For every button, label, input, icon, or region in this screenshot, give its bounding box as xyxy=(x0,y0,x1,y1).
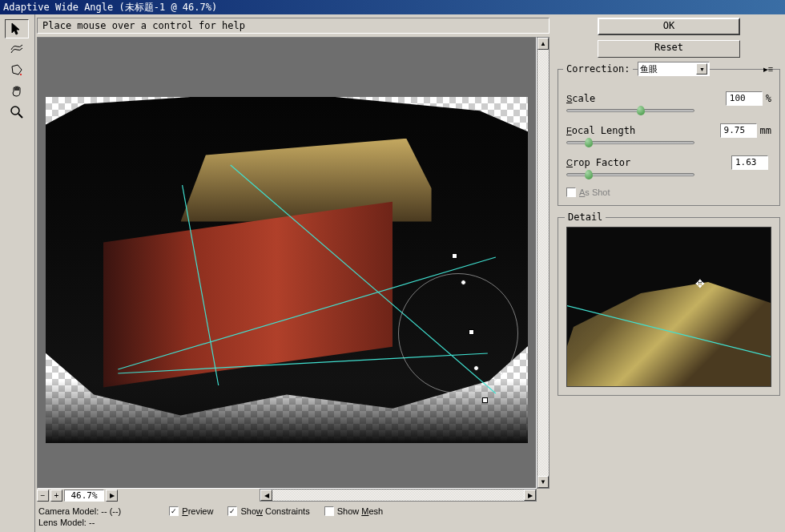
mesh-label: Show Mesh xyxy=(337,506,384,516)
handle[interactable] xyxy=(482,397,488,403)
svg-line-7 xyxy=(567,306,771,357)
lens-model-label: Lens Model: -- xyxy=(38,518,121,527)
as-shot-label: As Shot xyxy=(579,187,610,197)
panel-menu-icon[interactable]: ▸≡ xyxy=(762,64,775,75)
constraints-label: Show Constraints xyxy=(240,506,309,516)
check-icon: ✓ xyxy=(227,506,237,516)
correction-group: Correction: 鱼眼 ▼ ▸≡ Scale 100 % Focal Le xyxy=(558,69,780,206)
svg-line-2 xyxy=(18,114,22,118)
vertical-scrollbar[interactable]: ▲ ▼ xyxy=(537,37,550,489)
tool-arrow[interactable] xyxy=(5,19,29,38)
camera-model-label: Camera Model: -- (--) xyxy=(38,506,121,516)
tool-zoom[interactable] xyxy=(5,103,29,122)
tool-polygon[interactable] xyxy=(5,61,29,80)
correction-select[interactable]: 鱼眼 ▼ xyxy=(638,62,710,76)
zoom-out-button[interactable]: − xyxy=(37,490,49,502)
handle[interactable] xyxy=(461,280,466,285)
check-icon xyxy=(566,187,576,197)
tool-hand[interactable] xyxy=(5,82,29,101)
svg-point-0 xyxy=(20,74,22,75)
scale-slider[interactable]: Scale 100 % xyxy=(566,91,771,112)
show-mesh-checkbox[interactable]: Show Mesh xyxy=(324,506,384,516)
scale-value[interactable]: 100 xyxy=(726,91,763,106)
scale-unit: % xyxy=(766,93,771,104)
ok-button[interactable]: OK xyxy=(598,18,740,35)
chevron-down-icon: ▼ xyxy=(696,63,707,75)
check-icon xyxy=(324,506,334,516)
check-icon: ✓ xyxy=(169,506,179,516)
focal-length-slider[interactable]: Focal Length 9.75 mm xyxy=(566,123,771,144)
reset-button[interactable]: Reset xyxy=(598,40,740,58)
handle[interactable] xyxy=(473,365,479,371)
detail-group: Detail ✥ xyxy=(558,217,780,396)
right-panel: OK Reset Correction: 鱼眼 ▼ ▸≡ Scale 100 % xyxy=(553,14,785,532)
scale-label: Scale xyxy=(566,93,595,104)
handle[interactable] xyxy=(452,253,457,259)
detail-preview[interactable]: ✥ xyxy=(566,227,771,387)
preview-label: Preview xyxy=(182,506,213,516)
show-constraints-checkbox[interactable]: ✓ Show Constraints xyxy=(227,506,309,516)
scroll-up-button[interactable]: ▲ xyxy=(537,38,549,50)
zoom-controls: − + 46.7% ▶ xyxy=(37,489,118,502)
image-canvas[interactable] xyxy=(37,37,537,489)
canvas-area: ▲ ▼ ◀ ▶ − + 46.7% ▶ xyxy=(37,37,550,502)
scroll-right-button[interactable]: ▶ xyxy=(524,490,536,501)
help-bar: Place mouse over a control for help xyxy=(37,18,550,34)
footer: Camera Model: -- (--) Lens Model: -- ✓ P… xyxy=(37,502,550,529)
crop-factor-slider[interactable]: Crop Factor 1.63 xyxy=(566,155,771,176)
horizontal-scrollbar[interactable]: ◀ ▶ xyxy=(260,489,537,502)
zoom-menu-button[interactable]: ▶ xyxy=(106,490,118,502)
detail-constraint-line xyxy=(567,228,771,384)
focal-unit: mm xyxy=(760,125,771,136)
focal-label: Focal Length xyxy=(566,125,635,136)
toolbox xyxy=(0,14,35,532)
constraint-circle[interactable] xyxy=(398,273,518,393)
move-cursor-icon: ✥ xyxy=(694,277,706,290)
as-shot-checkbox[interactable]: As Shot xyxy=(566,187,771,197)
scroll-down-button[interactable]: ▼ xyxy=(537,476,549,488)
zoom-in-button[interactable]: + xyxy=(50,490,62,502)
detail-label: Detail xyxy=(565,212,606,223)
handle[interactable] xyxy=(469,329,474,335)
crop-label: Crop Factor xyxy=(566,157,630,168)
correction-value: 鱼眼 xyxy=(640,63,658,75)
svg-point-1 xyxy=(11,107,19,115)
scroll-left-button[interactable]: ◀ xyxy=(260,490,272,501)
focal-value[interactable]: 9.75 xyxy=(720,123,757,138)
photo-preview xyxy=(46,97,528,443)
preview-checkbox[interactable]: ✓ Preview xyxy=(169,506,213,516)
tool-constraint[interactable] xyxy=(5,40,29,59)
correction-label: Correction: xyxy=(563,63,633,75)
title-bar: Adaptive Wide Angle (未标题-1 @ 46.7%) xyxy=(0,0,785,14)
crop-value[interactable]: 1.63 xyxy=(731,155,768,170)
svg-line-5 xyxy=(183,185,219,385)
zoom-value[interactable]: 46.7% xyxy=(64,490,104,502)
